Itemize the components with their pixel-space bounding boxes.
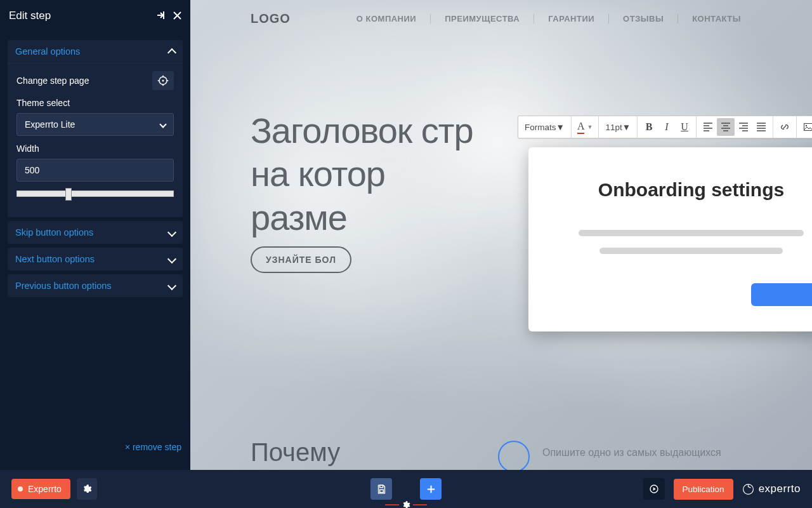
theme-select[interactable]: Experrto Lite	[16, 113, 174, 136]
page-nav: LOGO О КОМПАНИИ ПРЕИМУЩЕСТВА ГАРАНТИИ ОТ…	[190, 11, 812, 26]
theme-select-value: Experrto Lite	[25, 119, 75, 130]
text-color-button[interactable]: A▼	[574, 118, 596, 136]
width-label: Width	[16, 144, 39, 154]
skip-button-options-label: Skip button options	[15, 227, 93, 237]
sidebar-header: Edit step	[0, 0, 190, 40]
tooltip-placeholder-line	[599, 248, 783, 254]
skip-button-options-header[interactable]: Skip button options	[8, 221, 183, 244]
nav-item: КОНТАКТЫ	[678, 14, 755, 23]
save-button[interactable]	[370, 478, 392, 500]
feature-text: Опишите одно из самых выдающихся	[542, 446, 721, 460]
chevron-up-icon	[167, 48, 176, 57]
hero-heading: Заголовок стр на котор разме	[251, 109, 473, 239]
general-options-section: General options Change step page Theme s…	[8, 40, 183, 217]
image-button[interactable]	[799, 118, 812, 136]
section-heading: Почему	[251, 438, 340, 467]
tooltip-title[interactable]: Onboarding settings	[560, 179, 812, 201]
tooltip-next-button[interactable]	[751, 283, 812, 306]
bold-button[interactable]: B	[640, 118, 658, 136]
product-pill[interactable]: Experrto	[11, 479, 70, 499]
svg-point-3	[806, 125, 807, 126]
hero-line: на котор	[251, 152, 473, 196]
close-icon[interactable]	[173, 11, 181, 22]
product-name: Experrto	[28, 484, 62, 494]
previous-button-options-section: Previous button options	[8, 274, 183, 297]
preview-button[interactable]	[643, 478, 665, 500]
previous-button-options-label: Previous button options	[15, 281, 112, 291]
font-size-value: 11pt	[605, 123, 622, 132]
svg-point-1	[162, 80, 164, 82]
change-step-page-label: Change step page	[16, 76, 89, 86]
svg-rect-2	[804, 124, 812, 131]
onboarding-tooltip[interactable]: Onboarding settings	[528, 147, 812, 331]
editor-toolbar: Formats▼ A▼ 11pt▼ B I U	[518, 116, 812, 138]
bottom-bar: Experrto Publication experrto	[0, 470, 812, 508]
nav-item: О КОМПАНИИ	[343, 14, 430, 23]
hero-line: Заголовок стр	[251, 109, 473, 152]
sidebar-title: Edit step	[9, 10, 51, 22]
nav-item: ГАРАНТИИ	[534, 14, 608, 23]
next-button-options-header[interactable]: Next button options	[8, 248, 183, 271]
remove-step-link[interactable]: × remove step	[0, 442, 190, 470]
align-left-button[interactable]	[699, 118, 717, 136]
width-input[interactable]	[16, 159, 174, 182]
toolbar-handle[interactable]	[385, 500, 427, 508]
skip-button-options-section: Skip button options	[8, 221, 183, 244]
link-button[interactable]	[776, 118, 794, 136]
font-size-dropdown[interactable]: 11pt▼	[601, 123, 634, 132]
feature-icon-circle	[498, 441, 530, 470]
tooltip-placeholder-line	[579, 230, 804, 236]
add-step-button[interactable]	[420, 478, 442, 500]
chevron-down-icon	[159, 121, 166, 128]
status-dot-icon	[18, 486, 23, 491]
settings-button[interactable]	[77, 478, 97, 500]
chevron-down-icon	[167, 228, 176, 237]
next-button-options-section: Next button options	[8, 248, 183, 271]
brand-logo[interactable]: experrto	[742, 483, 801, 495]
publication-button[interactable]: Publication	[674, 479, 733, 500]
brand-name: experrto	[759, 483, 801, 495]
nav-item: ПРЕИМУЩЕСТВА	[430, 14, 534, 23]
underline-button[interactable]: U	[676, 118, 693, 136]
theme-select-label: Theme select	[16, 98, 70, 108]
hero-cta-button: УЗНАЙТЕ БОЛ	[251, 246, 351, 273]
canvas-preview: LOGO О КОМПАНИИ ПРЕИМУЩЕСТВА ГАРАНТИИ ОТ…	[190, 0, 812, 470]
formats-label: Formats	[525, 123, 556, 132]
formats-dropdown[interactable]: Formats▼	[521, 123, 568, 132]
align-justify-button[interactable]	[752, 118, 770, 136]
page-logo: LOGO	[251, 11, 291, 26]
next-button-options-label: Next button options	[15, 254, 95, 264]
width-slider-thumb[interactable]	[65, 188, 72, 201]
italic-button[interactable]: I	[658, 118, 676, 136]
align-center-button[interactable]	[717, 118, 735, 136]
general-options-header[interactable]: General options	[8, 40, 183, 64]
collapse-sidebar-icon[interactable]	[155, 10, 166, 22]
general-options-label: General options	[15, 46, 80, 57]
svg-rect-6	[379, 490, 383, 492]
previous-button-options-header[interactable]: Previous button options	[8, 274, 183, 297]
chevron-down-icon	[167, 281, 176, 290]
nav-item: ОТЗЫВЫ	[608, 14, 678, 23]
width-slider[interactable]	[16, 190, 174, 197]
change-step-page-button[interactable]	[152, 71, 174, 90]
edit-step-sidebar: Edit step General options Change step pa…	[0, 0, 190, 470]
hero-line: разме	[251, 196, 473, 239]
align-right-button[interactable]	[735, 118, 752, 136]
chevron-down-icon	[167, 255, 176, 264]
svg-rect-5	[379, 485, 383, 488]
